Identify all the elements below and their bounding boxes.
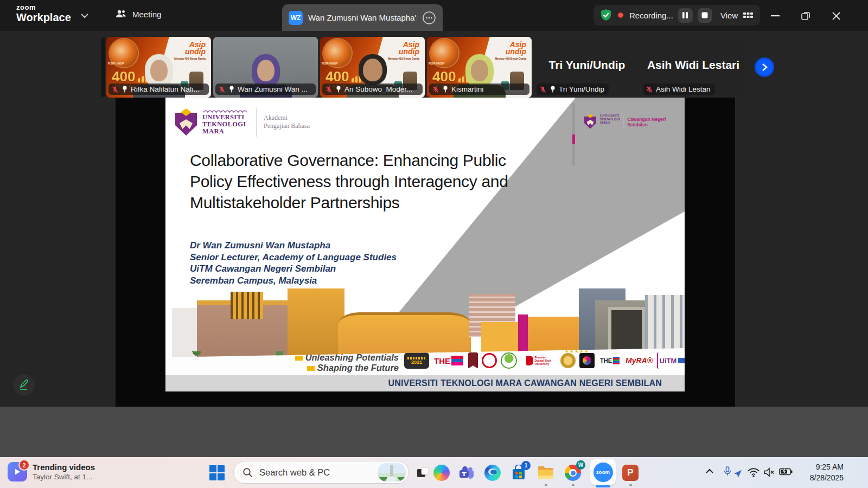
window-minimize-button[interactable] <box>764 8 787 23</box>
video-tile-ari-subowo[interactable]: FISIP UNDIP Asipundip Menuju 400 Besar D… <box>320 37 425 98</box>
windows-taskbar: 2 Trending videos Taylor Swift, at 1... … <box>0 457 868 488</box>
qs-ranking-badge: 2021 <box>404 352 429 369</box>
muted-mic-icon <box>325 86 333 93</box>
widget-subtitle: Taylor Swift, at 1... <box>33 472 95 481</box>
the-ranking-logo: THE <box>433 352 464 369</box>
video-tile-asih-widi[interactable]: Asih Widi Lestari Asih Widi Lestari <box>640 37 746 98</box>
task-view-button[interactable] <box>413 463 433 483</box>
zoom-workplace-logo: zoom Workplace <box>16 4 71 23</box>
search-input[interactable]: Search web & PC <box>233 461 409 484</box>
the-awards-logo: THE <box>598 352 621 369</box>
round-accreditation-logo <box>482 353 497 368</box>
video-tile-wan-zumusni[interactable]: Wan Zumusni Wan ... <box>213 37 318 98</box>
teams-button[interactable] <box>457 463 476 483</box>
pin-icon <box>442 86 449 93</box>
audio-only-tiles-panel: Tri Yuni/Undip Tri Yuni/Undip Asih Widi … <box>534 37 746 98</box>
slide-campus-banner: UNIVERSITI TEKNOLOGI MARA CAWANGAN NEGER… <box>165 375 685 391</box>
tray-chevron-up-icon[interactable] <box>705 468 714 474</box>
slide-title: Collaborative Governance: Enhancing Publ… <box>190 150 570 213</box>
video-tile-tri-yuni[interactable]: Tri Yuni/Undip Tri Yuni/Undip <box>534 37 640 98</box>
muted-mic-icon <box>432 86 439 93</box>
pin-icon <box>335 86 342 93</box>
campus-buildings-collage <box>165 288 685 359</box>
trending-videos-icon: 2 <box>8 462 27 481</box>
tab-meeting[interactable]: Meeting <box>115 9 161 19</box>
participant-name-label: Rifka Nafilatun Nafi... <box>108 84 209 95</box>
meeting-tab-label: Meeting <box>132 10 161 19</box>
widgets-button[interactable]: 2 Trending videos Taylor Swift, at 1... <box>8 462 95 481</box>
start-button[interactable] <box>207 463 227 483</box>
muted-mic-icon <box>646 86 653 93</box>
file-explorer-icon <box>537 465 554 480</box>
annotation-tool-button[interactable] <box>13 374 35 396</box>
tray-date: 8/28/2025 <box>789 472 844 483</box>
brand-zoom: zoom <box>16 4 71 11</box>
edge-icon <box>484 465 501 481</box>
zoom-active-indicator <box>596 485 610 487</box>
award-logos-row: 2021 THE Premier Digital Tech University <box>404 352 685 369</box>
award-dark-logo <box>579 353 595 368</box>
windows-logo-icon <box>209 465 225 481</box>
chevron-right-icon <box>761 63 768 72</box>
view-button[interactable]: View <box>720 11 738 20</box>
pin-icon <box>228 86 235 93</box>
video-tile-kismartini[interactable]: FISIP UNDIP Asipundip Menuju 400 Besar D… <box>427 37 532 98</box>
powerpoint-button[interactable]: P <box>621 463 640 483</box>
view-grid-icon[interactable] <box>743 11 754 20</box>
meeting-status-cluster: Recording... View <box>593 5 760 25</box>
zoom-titlebar: zoom Workplace Meeting WZ Wan Zumusni Wa… <box>0 0 868 31</box>
copilot-button[interactable] <box>432 463 451 483</box>
stop-recording-button[interactable] <box>698 8 712 23</box>
muted-mic-icon <box>539 86 547 93</box>
pause-recording-button[interactable] <box>678 8 693 23</box>
store-button[interactable]: 1 <box>509 463 528 483</box>
security-shield-icon[interactable] <box>600 9 612 22</box>
store-badge: 1 <box>521 461 531 470</box>
participant-name-label: Tri Yuni/Undip <box>537 84 609 95</box>
participant-name-label: Ari Subowo_Moder... <box>322 84 423 95</box>
myra-logo: ★★★★★ MyRA® <box>625 352 653 369</box>
video-tile-rifka[interactable]: FISIP UNDIP Asipundip Menuju 400 Besar D… <box>106 37 211 98</box>
file-explorer-button[interactable] <box>536 463 556 483</box>
next-participants-page-button[interactable] <box>755 57 774 77</box>
window-restore-button[interactable] <box>794 8 817 23</box>
participant-name-label: Wan Zumusni Wan ... <box>215 84 316 95</box>
gold-medal-logo <box>560 353 576 368</box>
task-view-icon <box>416 466 430 480</box>
chrome-button[interactable]: W <box>563 463 583 483</box>
edge-button[interactable] <box>483 463 502 483</box>
participant-name-label: Kismartini <box>429 84 529 95</box>
tray-clock[interactable]: 9:25 AM 8/28/2025 <box>789 461 844 483</box>
tray-location-icon[interactable] <box>733 470 742 478</box>
zoom-app-button[interactable]: zoom <box>590 459 616 485</box>
recording-status: Recording... <box>629 11 673 20</box>
chrome-running-dot <box>572 484 575 486</box>
slide-scroll-indicator <box>572 103 575 166</box>
window-close-button[interactable] <box>825 8 847 23</box>
widget-notification-badge: 2 <box>18 459 30 471</box>
participant-display-name: Tri Yuni/Undip <box>534 59 640 72</box>
presentation-slide: UNIVERSITI TEKNOLOGI MARA Akademi Pengaj… <box>165 98 685 391</box>
meeting-toolbar: Audio Video 159 Participants Chat React … <box>0 407 868 457</box>
uitm-tagline: Unleashing Potentials Shaping the Future <box>247 352 399 373</box>
tab-more-icon[interactable] <box>422 11 436 25</box>
copilot-icon <box>433 465 450 481</box>
search-placeholder: Search web & PC <box>259 467 371 478</box>
tray-mic-icon[interactable] <box>724 466 731 477</box>
search-highlight-image[interactable] <box>378 463 406 481</box>
tab-screen-share[interactable]: WZ Wan Zumusni Wan Mustapha's sc <box>282 4 443 31</box>
participant-display-name: Asih Widi Lestari <box>640 59 746 72</box>
tray-time: 9:25 AM <box>789 461 844 472</box>
explorer-running-dot <box>545 484 547 486</box>
participant-video-strip: FISIP UNDIP Asipundip Menuju 400 Besar D… <box>106 37 746 98</box>
uitm-campus-logo: UNIVERSITI TEKNOLOGI MARA Cawangan Neger… <box>584 114 685 130</box>
tray-volume-muted-icon[interactable] <box>764 467 775 477</box>
zoom-app-icon: zoom <box>593 463 613 482</box>
ribbon-badge <box>468 352 478 369</box>
avatar: WZ <box>289 11 303 25</box>
presenter-details: Dr Wan Zumusni Wan Mustapha Senior Lectu… <box>190 240 397 286</box>
workspace-chevron-down-icon[interactable] <box>80 13 89 18</box>
recording-dot-icon <box>617 11 624 19</box>
tray-wifi-icon[interactable] <box>748 468 760 477</box>
uitm-logo: UNIVERSITI TEKNOLOGI MARA Akademi Pengaj… <box>175 108 310 137</box>
